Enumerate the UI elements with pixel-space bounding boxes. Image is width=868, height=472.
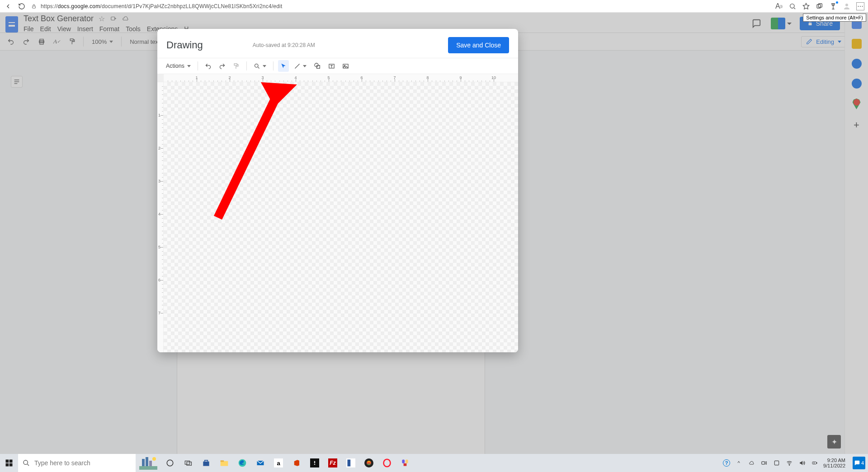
svg-rect-26	[146, 457, 148, 466]
filezilla-icon[interactable]: Fz	[324, 454, 342, 472]
editing-mode-button[interactable]: Editing	[801, 36, 846, 47]
mail-icon[interactable]	[251, 454, 269, 472]
svg-rect-42	[762, 462, 765, 464]
menu-format[interactable]: Format	[99, 25, 119, 33]
menu-file[interactable]: File	[24, 25, 34, 33]
browser-refresh-button[interactable]	[17, 2, 26, 11]
tasks-icon[interactable]	[852, 59, 862, 69]
comments-icon[interactable]	[750, 17, 763, 30]
taskbar-clock[interactable]: 9:20 AM 9/11/2022	[823, 458, 845, 468]
svg-rect-37	[348, 460, 351, 467]
docs-logo-icon[interactable]	[5, 16, 18, 33]
svg-line-17	[218, 96, 277, 218]
news-widget[interactable]	[136, 454, 161, 472]
windows-taskbar: Type here to search a Fz ? ^ 9:20 AM 9/1…	[0, 454, 868, 472]
document-title[interactable]: Text Box Generator	[24, 14, 94, 23]
search-placeholder: Type here to search	[34, 459, 90, 467]
contacts-icon[interactable]	[852, 79, 862, 89]
svg-rect-9	[70, 39, 73, 41]
svg-point-38	[384, 459, 391, 467]
svg-rect-39	[402, 460, 405, 463]
notifications-button[interactable]: 4	[853, 457, 865, 469]
browser-address-bar: https://docs.google.com/document/d/1Pv7K…	[0, 0, 868, 13]
zoom-text-icon[interactable]	[788, 2, 797, 10]
select-tool[interactable]	[278, 60, 289, 72]
profile-icon[interactable]	[843, 2, 851, 10]
drawing-redo-button[interactable]	[217, 60, 228, 72]
snip-icon[interactable]	[396, 454, 414, 472]
explore-button[interactable]: ✦	[827, 435, 841, 449]
app-icon-1[interactable]	[306, 454, 324, 472]
autosave-status: Auto-saved at 9:20:28 AM	[253, 42, 315, 48]
favorites-icon[interactable]	[802, 2, 810, 10]
settings-more-button[interactable]: ···	[856, 2, 864, 10]
shape-tool[interactable]	[311, 60, 323, 72]
svg-rect-40	[406, 460, 408, 463]
collections-icon[interactable]	[816, 2, 824, 10]
menu-insert[interactable]: Insert	[77, 25, 93, 33]
volume-icon[interactable]	[798, 459, 806, 467]
read-aloud-icon[interactable]: A))	[775, 2, 783, 10]
image-tool[interactable]	[340, 60, 351, 72]
onedrive-icon[interactable]	[747, 459, 755, 467]
line-tool[interactable]	[292, 60, 309, 72]
tray-chevron-icon[interactable]: ^	[735, 459, 743, 467]
svg-point-1	[790, 4, 794, 8]
menu-edit[interactable]: Edit	[40, 25, 51, 33]
vertical-ruler: 1234567	[157, 82, 164, 352]
svg-rect-30	[185, 461, 190, 465]
svg-point-4	[845, 4, 848, 6]
actions-menu[interactable]: Actions	[164, 60, 193, 72]
search-icon	[23, 459, 30, 467]
move-icon[interactable]	[110, 15, 117, 22]
edge-icon[interactable]	[233, 454, 251, 472]
office-icon[interactable]	[288, 454, 306, 472]
cortana-icon[interactable]	[161, 454, 179, 472]
taskbar-search[interactable]: Type here to search	[18, 454, 136, 472]
svg-rect-41	[404, 463, 407, 466]
spellcheck-button[interactable]: A✓	[51, 36, 63, 47]
opera-icon[interactable]	[378, 454, 396, 472]
cloud-icon[interactable]	[122, 15, 129, 22]
undo-button[interactable]	[5, 36, 17, 47]
zoom-tool[interactable]	[251, 60, 269, 72]
battery-icon[interactable]	[811, 459, 819, 467]
wifi-icon[interactable]	[785, 459, 793, 467]
url-text[interactable]: https://docs.google.com/document/d/1Pv7K…	[41, 3, 282, 9]
save-and-close-button[interactable]: Save and Close	[448, 37, 509, 53]
start-button[interactable]	[0, 454, 18, 472]
textbox-tool[interactable]	[326, 60, 337, 72]
touchpad-icon[interactable]	[773, 459, 781, 467]
svg-rect-19	[6, 460, 9, 463]
amazon-icon[interactable]: a	[269, 454, 288, 472]
meet-button[interactable]	[771, 18, 792, 29]
rewards-icon[interactable]	[829, 2, 837, 10]
svg-rect-25	[142, 459, 145, 466]
drawing-undo-button[interactable]	[203, 60, 214, 72]
paint-format-button[interactable]	[66, 36, 79, 47]
task-view-icon[interactable]	[179, 454, 197, 472]
outline-toggle-button[interactable]	[11, 76, 23, 88]
drawing-canvas[interactable]	[164, 82, 518, 352]
browser-back-button[interactable]	[4, 2, 13, 11]
settings-tooltip: Settings and more (Alt+F)	[803, 14, 866, 22]
menu-tools[interactable]: Tools	[126, 25, 141, 33]
keep-icon[interactable]	[852, 39, 862, 49]
zoom-select[interactable]: 100%	[88, 36, 117, 47]
svg-rect-33	[221, 460, 224, 462]
help-tray-icon[interactable]: ?	[723, 459, 730, 467]
explorer-icon[interactable]	[215, 454, 233, 472]
print-button[interactable]	[35, 36, 48, 47]
menu-view[interactable]: View	[57, 25, 71, 33]
maps-icon[interactable]	[853, 98, 861, 109]
app-icon-2[interactable]	[342, 454, 360, 472]
store-icon[interactable]	[197, 454, 215, 472]
system-tray: ? ^ 9:20 AM 9/11/2022 4	[723, 457, 868, 469]
redo-button[interactable]	[20, 36, 33, 47]
star-icon[interactable]: ☆	[98, 15, 105, 22]
modal-title: Drawing	[166, 39, 203, 51]
addons-plus-icon[interactable]: +	[854, 119, 859, 131]
meet-now-icon[interactable]	[760, 459, 768, 467]
paint-format-button[interactable]	[231, 60, 242, 72]
app-icon-3[interactable]	[360, 454, 378, 472]
